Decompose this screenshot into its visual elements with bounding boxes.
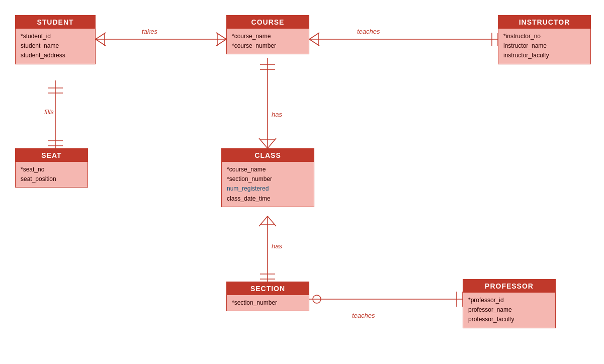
attr-class-section-number: *section_number — [227, 174, 309, 184]
entity-section-body: *section_number — [227, 295, 309, 311]
entity-course-body: *course_name *course_number — [227, 29, 309, 54]
entity-instructor: INSTRUCTOR *instructor_no instructor_nam… — [498, 15, 591, 64]
svg-line-5 — [216, 39, 226, 46]
attr-professor-name: professor_name — [468, 305, 550, 315]
entity-student-body: *student_id student_name student_address — [16, 29, 95, 64]
entity-professor-header: PROFESSOR — [463, 280, 555, 293]
attr-section-number: *section_number — [232, 298, 304, 308]
attr-student-id: *student_id — [21, 32, 90, 41]
entity-professor: PROFESSOR *professor_id professor_name p… — [463, 279, 556, 328]
entity-instructor-body: *instructor_no instructor_name instructo… — [498, 29, 590, 64]
attr-class-date-time: class_date_time — [227, 194, 309, 204]
entity-class-header: CLASS — [222, 149, 314, 162]
svg-line-8 — [309, 33, 319, 39]
rel-has-class: has — [272, 111, 282, 118]
rel-has-section: has — [272, 242, 282, 250]
attr-instructor-no: *instructor_no — [503, 32, 585, 41]
rel-fills: fills — [44, 108, 54, 116]
rel-teaches-instructor: teaches — [357, 28, 380, 35]
entity-seat-header: SEAT — [16, 149, 88, 162]
rel-takes: takes — [142, 28, 157, 35]
attr-professor-faculty: professor_faculty — [468, 315, 550, 324]
entity-professor-body: *professor_id professor_name professor_f… — [463, 293, 555, 328]
er-diagram: STUDENT *student_id student_name student… — [0, 0, 604, 364]
attr-course-name: *course_name — [232, 32, 304, 41]
attr-class-course-name: *course_name — [227, 165, 309, 174]
entity-course: COURSE *course_name *course_number — [226, 15, 309, 54]
svg-line-9 — [309, 39, 319, 46]
entity-section: SECTION *section_number — [226, 282, 309, 311]
attr-class-num-registered: num_registered — [227, 184, 309, 194]
svg-line-2 — [96, 39, 106, 46]
entity-course-header: COURSE — [227, 16, 309, 29]
entity-instructor-header: INSTRUCTOR — [498, 16, 590, 29]
entity-class: CLASS *course_name *section_number num_r… — [221, 148, 314, 207]
svg-point-31 — [313, 295, 321, 303]
entity-seat-body: *seat_no seat_position — [16, 162, 88, 187]
svg-line-25 — [259, 216, 268, 226]
entity-section-header: SECTION — [227, 282, 309, 295]
entity-student: STUDENT *student_id student_name student… — [15, 15, 96, 64]
attr-course-number: *course_number — [232, 41, 304, 51]
entity-student-header: STUDENT — [16, 16, 95, 29]
attr-instructor-faculty: instructor_faculty — [503, 51, 585, 60]
svg-line-22 — [268, 138, 276, 148]
rel-teaches-professor: teaches — [352, 312, 375, 319]
svg-line-1 — [96, 33, 106, 39]
svg-line-21 — [259, 138, 268, 148]
attr-student-name: student_name — [21, 41, 90, 51]
attr-seat-no: *seat_no — [21, 165, 82, 174]
svg-line-26 — [268, 216, 276, 226]
attr-seat-position: seat_position — [21, 174, 82, 184]
attr-instructor-name: instructor_name — [503, 41, 585, 51]
attr-professor-id: *professor_id — [468, 296, 550, 305]
entity-seat: SEAT *seat_no seat_position — [15, 148, 88, 188]
entity-class-body: *course_name *section_number num_registe… — [222, 162, 314, 207]
attr-student-address: student_address — [21, 51, 90, 60]
svg-line-4 — [216, 33, 226, 39]
